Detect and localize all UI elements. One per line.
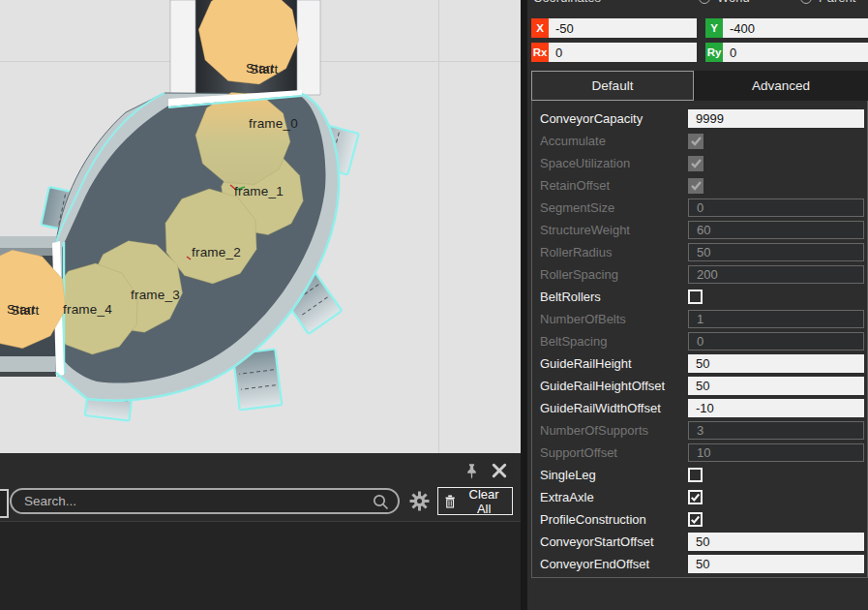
app-window: StartStartframe_0frame_1frame_2frame_3fr… [0,0,868,610]
search-icon [373,494,390,515]
edge-clipped-control[interactable] [0,489,9,518]
axis-label-Y: Y [705,18,723,38]
property-row-GuideRailHeightOffset: GuideRailHeightOffset50 [532,375,867,397]
property-label-ConveyorCapacity: ConveyorCapacity [540,111,688,126]
input-SupportOffset: 10 [688,443,864,462]
parent-radio[interactable] [800,0,812,4]
property-label-GuideRailWidthOffset: GuideRailWidthOffset [540,401,688,415]
property-label-ExtraAxle: ExtraAxle [540,490,688,504]
property-row-SupportOffset: SupportOffset10 [532,442,867,464]
property-label-SingleLeg: SingleLeg [540,468,688,482]
axis-label-X: X [531,18,549,38]
property-label-Accumulate: Accumulate [540,134,688,148]
checkbox-SpaceUtilization [688,156,703,171]
coord-spacer [697,43,705,62]
scene-label-frame_4: frame_4 [63,302,112,317]
property-label-BeltRollers: BeltRollers [540,290,688,304]
coordinates-header: Coordinates World Parent [531,0,868,12]
property-label-StructureWeight: StructureWeight [540,223,688,237]
property-list: ConveyorCapacity9999AccumulateSpaceUtili… [531,101,868,578]
parent-label: Parent [819,0,855,5]
panel-body [0,521,521,610]
input-GuideRailHeightOffset[interactable]: 50 [688,377,864,395]
properties-panel: Coordinates World Parent X-50Y-400Rx0Ry0… [527,0,868,610]
input-StructureWeight: 60 [688,221,864,239]
property-label-BeltSpacing: BeltSpacing [540,334,688,349]
property-label-NumberOfSupports: NumberOfSupports [540,423,688,438]
clear-all-button[interactable]: Clear All [437,487,513,515]
tab-advanced[interactable]: Advanced [694,71,868,101]
3d-viewport[interactable]: StartStartframe_0frame_1frame_2frame_3fr… [0,0,521,453]
coord-input-Y[interactable]: -400 [723,18,868,38]
input-RollerSpacing: 200 [688,265,864,284]
property-row-NumberOfSupports: NumberOfSupports3 [532,419,867,442]
checkbox-ProfileConstruction[interactable] [688,512,703,527]
panel-toolbar: Search... [0,486,521,521]
property-row-BeltRollers: BeltRollers [532,286,867,308]
property-row-ExtraAxle: ExtraAxle [532,486,867,508]
search-placeholder: Search... [24,494,76,508]
checkbox-SingleLeg[interactable] [688,468,703,482]
scene-label-Start: Start [11,303,40,318]
input-GuideRailWidthOffset[interactable]: -10 [688,399,864,417]
tab-bar: Default Advanced [531,71,868,101]
property-label-GuideRailHeightOffset: GuideRailHeightOffset [540,379,688,393]
coordinates-label: Coordinates [533,0,601,5]
clear-all-label: Clear All [462,487,506,516]
property-row-SegmentSize: SegmentSize0 [532,197,867,219]
property-row-ConveyorCapacity: ConveyorCapacity9999 [532,107,867,130]
property-row-GuideRailWidthOffset: GuideRailWidthOffset-10 [532,397,867,419]
input-NumberOfSupports: 3 [688,421,864,440]
property-label-RollerRadius: RollerRadius [540,245,688,259]
coord-input-Ry[interactable]: 0 [723,43,868,62]
axis-label-Ry: Ry [705,43,723,62]
property-label-RollerSpacing: RollerSpacing [540,267,688,282]
input-GuideRailHeight[interactable]: 50 [688,354,864,373]
input-ConveyorCapacity[interactable]: 9999 [688,109,864,128]
trash-icon [444,494,456,509]
world-label: World [717,0,750,5]
checkbox-Accumulate [688,134,703,149]
coord-input-X[interactable]: -50 [549,18,697,38]
coord-spacer [697,18,705,38]
property-label-SupportOffset: SupportOffset [540,445,688,460]
checkbox-RetainOffset [688,178,703,194]
world-radio-group[interactable]: World [699,0,750,5]
property-row-ConveyorStartOffset: ConveyorStartOffset50 [532,531,867,553]
input-ConveyorStartOffset[interactable]: 50 [688,533,864,551]
property-row-GuideRailHeight: GuideRailHeight50 [532,352,867,375]
checkbox-BeltRollers[interactable] [688,290,703,304]
input-BeltSpacing: 0 [688,332,864,351]
property-row-RollerRadius: RollerRadius50 [532,241,867,263]
coord-input-Rx[interactable]: 0 [549,43,697,62]
property-row-SpaceUtilization: SpaceUtilization [532,152,867,174]
property-row-ConveyorEndOffset: ConveyorEndOffset50 [532,553,867,575]
parent-radio-group[interactable]: Parent [800,0,855,5]
property-label-ConveyorEndOffset: ConveyorEndOffset [540,557,688,571]
property-label-NumberOfBelts: NumberOfBelts [540,312,688,326]
property-label-RetainOffset: RetainOffset [540,178,688,193]
input-ConveyorEndOffset[interactable]: 50 [688,555,864,573]
world-radio[interactable] [699,0,710,4]
scene-label-frame_0: frame_0 [249,116,298,131]
gear-icon[interactable] [409,491,430,515]
close-icon[interactable] [492,463,507,482]
property-label-SegmentSize: SegmentSize [540,200,688,215]
checkbox-ExtraAxle[interactable] [688,490,703,504]
scene-label-frame_1: frame_1 [234,184,284,198]
pin-icon[interactable] [464,463,480,484]
scene-label-Start: Start [250,62,279,76]
panel-header [0,453,521,485]
property-row-RetainOffset: RetainOffset [532,174,867,197]
output-panel: Search... [0,453,521,610]
coordinate-fields: X-50Y-400Rx0Ry0 [531,18,868,62]
input-NumberOfBelts: 1 [688,310,864,328]
input-SegmentSize: 0 [688,198,864,217]
property-row-RollerSpacing: RollerSpacing200 [532,263,867,286]
tab-default[interactable]: Default [531,71,694,101]
property-label-ConveyorStartOffset: ConveyorStartOffset [540,534,688,549]
property-row-NumberOfBelts: NumberOfBelts1 [532,308,867,330]
property-row-SingleLeg: SingleLeg [532,464,867,486]
search-input[interactable]: Search... [10,488,400,514]
property-label-GuideRailHeight: GuideRailHeight [540,356,688,371]
